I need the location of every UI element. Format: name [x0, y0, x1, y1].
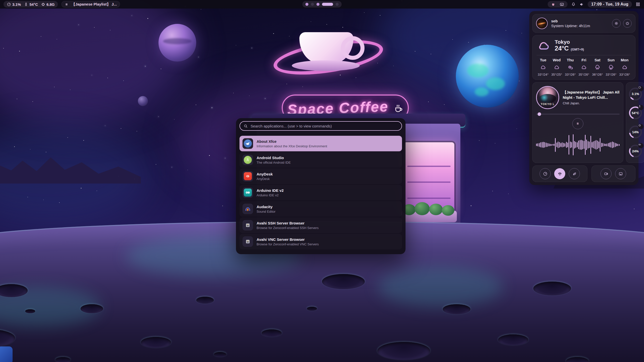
search-icon — [244, 124, 248, 128]
forecast-day: Wed 35°/25° — [550, 58, 563, 76]
video-camera-icon — [604, 171, 609, 176]
arduino-icon — [243, 187, 253, 198]
leaf-icon — [572, 171, 577, 176]
forecast-row: Tue 33°/24° Wed 35°/25° Thu 33°/26° Fri — [537, 58, 631, 76]
cpu-usage-value: 3.1% — [12, 2, 21, 7]
workspace-dot-empty[interactable] — [336, 3, 339, 6]
thermometer-icon — [24, 2, 28, 7]
app-launcher: About Xfce Information about the Xfce De… — [236, 118, 406, 254]
avatar[interactable] — [536, 18, 548, 29]
cpu-temp: 54°C — [24, 2, 38, 7]
gear-icon — [614, 21, 619, 26]
app-item-anydesk[interactable]: AnyDesk AnyDesk — [239, 168, 402, 184]
top-bar: 3.1% 54°C 6.8G 【Japanese Playlist】 J... — [0, 0, 644, 9]
screenshot-icon — [618, 171, 623, 176]
workspace-dot-occupied[interactable] — [305, 3, 308, 6]
profile-performance-button[interactable] — [540, 168, 551, 179]
album-art-text: TOKYO L — [537, 103, 558, 106]
app-item-avahi-vnc[interactable]: Avahi VNC Server Browser Browse for Zero… — [239, 234, 402, 249]
profile-powersaver-button[interactable] — [569, 168, 580, 179]
workspace-indicator[interactable] — [302, 1, 342, 8]
workspace-dot-empty[interactable] — [311, 3, 314, 6]
side-panel: seb System Uptime: 4h11m — [529, 11, 638, 185]
small-moon — [138, 96, 148, 106]
app-name: About Xfce — [257, 139, 327, 144]
weather-city: Tokyo — [555, 39, 584, 45]
seek-knob[interactable] — [538, 112, 541, 116]
search-input[interactable] — [251, 124, 398, 128]
volume-icon[interactable] — [579, 2, 584, 7]
weather-card: Tokyo 24°C (GMT+9) Tue 33°/24° Wed — [532, 35, 635, 80]
track-subtitle: Chill Japan. — [563, 101, 620, 105]
app-item-audacity[interactable]: Audacity Sound Editor — [239, 201, 402, 217]
app-name: Avahi VNC Server Browser — [257, 237, 319, 242]
cup-saucer — [292, 60, 360, 71]
app-name: Audacity — [257, 205, 275, 209]
app-desc: Browse for Zeroconf-enabled SSH Servers — [257, 226, 318, 230]
app-list: About Xfce Information about the Xfce De… — [239, 136, 402, 249]
settings-button[interactable] — [612, 19, 621, 28]
purple-planet — [158, 24, 196, 62]
forecast-day: Thu 33°/26° — [564, 58, 577, 76]
weather-cloud-icon — [537, 40, 551, 51]
bush — [429, 204, 443, 215]
screenshot-button[interactable] — [615, 168, 626, 179]
cpu-gauge: 3.1% — [628, 87, 643, 101]
seek-track — [536, 114, 620, 115]
tray-pill[interactable] — [548, 1, 568, 8]
app-item-arduino[interactable]: Arduino IDE v2 Arduino IDE v2 — [239, 185, 402, 200]
anydesk-icon — [243, 171, 253, 182]
wallpaper-icon[interactable] — [559, 2, 564, 7]
cpu-usage: 3.1% — [7, 2, 21, 7]
chip-icon — [41, 2, 45, 7]
app-desc: The official Android IDE — [257, 161, 291, 164]
app-desc: AnyDesk — [257, 177, 273, 181]
pause-icon — [576, 122, 580, 125]
seek-bar[interactable] — [536, 112, 620, 116]
pause-icon — [65, 3, 68, 6]
cafe-window — [402, 141, 456, 214]
now-playing-label: 【Japanese Playlist】 J... — [71, 2, 117, 7]
workspace-dot-occupied[interactable] — [316, 3, 319, 6]
weather-temp: 24°C — [555, 45, 569, 52]
user-header-card: seb System Uptime: 4h11m — [532, 14, 635, 33]
app-item-android-studio[interactable]: Android Studio The official Android IDE — [239, 152, 402, 168]
divider — [537, 55, 631, 55]
system-stats-pill[interactable]: 3.1% 54°C 6.8G — [4, 1, 58, 8]
apps-grid-icon[interactable] — [635, 2, 640, 7]
desktop: Space Coffee 3.1% — [0, 0, 644, 362]
app-item-avahi-ssh[interactable]: Avahi SSH Server Browser Browse for Zero… — [239, 217, 402, 233]
xfce-logo-icon — [243, 138, 253, 149]
workspace-dot-active[interactable] — [322, 3, 333, 6]
bell-icon[interactable] — [571, 2, 576, 7]
username: seb — [551, 19, 590, 23]
profile-balanced-button[interactable] — [554, 168, 565, 179]
app-item-about-xfce[interactable]: About Xfce Information about the Xfce De… — [239, 136, 402, 151]
power-profile-card — [532, 165, 587, 182]
app-desc: Information about the Xfce Desktop Envir… — [257, 144, 327, 148]
rain-icon — [594, 64, 601, 71]
pause-button[interactable] — [572, 118, 583, 129]
cloud-icon — [553, 64, 560, 71]
app-name: AnyDesk — [257, 172, 273, 176]
mascot-icon[interactable] — [551, 2, 555, 7]
launcher-search[interactable] — [239, 121, 402, 131]
album-art[interactable]: TOKYO L — [536, 86, 559, 109]
network-jack-icon — [243, 236, 253, 247]
app-name: Android Studio — [257, 156, 291, 160]
music-player-card: TOKYO L 【Japanese Playlist】 Japan All Ni… — [532, 82, 623, 163]
chip-icon — [638, 124, 643, 129]
disk-icon — [638, 143, 643, 148]
now-playing-pill[interactable]: 【Japanese Playlist】 J... — [61, 1, 120, 8]
network-jack-icon — [243, 220, 253, 231]
ram-gauge: 14% — [628, 125, 643, 139]
forecast-day: Fri 35°/26° — [577, 58, 590, 76]
screen-record-button[interactable] — [600, 168, 612, 179]
forecast-day: Sun 33°/26° — [605, 58, 618, 76]
power-button[interactable] — [623, 19, 632, 28]
app-name: Arduino IDE v2 — [257, 188, 284, 193]
clock[interactable]: 17:09 - Tue, 19 Aug — [588, 1, 632, 8]
audio-visualizer — [536, 131, 620, 159]
temp-gauge: 54°C — [628, 106, 643, 120]
disk-gauge: 24% — [628, 144, 643, 158]
